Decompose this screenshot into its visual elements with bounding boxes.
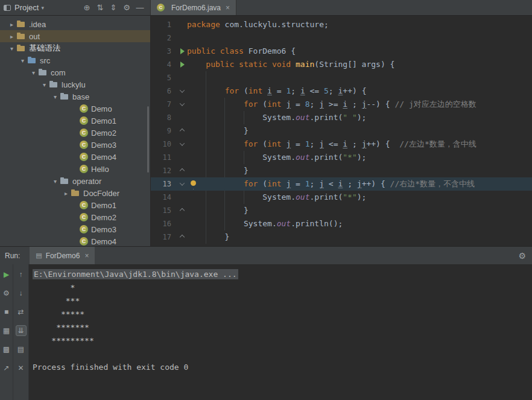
scroll-to-end-icon[interactable]: ⇊ xyxy=(16,325,27,336)
editor-tab-label: ForDemo6.java xyxy=(171,4,221,12)
intention-bulb-icon[interactable] xyxy=(191,180,196,186)
fold-close-icon[interactable] xyxy=(180,235,185,240)
tree-item-Demo4[interactable]: CDemo4 xyxy=(0,151,150,163)
tree-item-label: Hello xyxy=(91,165,109,174)
editor-line-11[interactable]: 11 System.out.print("*"); xyxy=(151,151,532,164)
print-icon[interactable]: ▤ xyxy=(16,344,27,355)
code-text: } xyxy=(187,164,249,177)
rerun-icon[interactable]: ▶ xyxy=(1,269,12,280)
run-line-icon[interactable] xyxy=(180,48,185,54)
build-icon[interactable]: ▦ xyxy=(1,325,12,336)
tree-item-DocFolder[interactable]: ▸DocFolder xyxy=(0,187,150,199)
tree-item-Demo[interactable]: CDemo xyxy=(0,103,150,115)
chevron-right-icon[interactable]: ▸ xyxy=(62,190,71,197)
tree-item-base[interactable]: ▾base xyxy=(0,90,150,103)
top-bar: Project ▾ ⊕⇅⇕⚙— C ForDemo6.java × xyxy=(0,0,532,16)
gear-icon[interactable]: ⚙ xyxy=(518,251,526,261)
editor-line-10[interactable]: 10 for (int j = 1; j <= i ; j++) { //左边*… xyxy=(151,138,532,151)
tree-item-Hello[interactable]: CHello xyxy=(0,163,150,175)
editor-line-14[interactable]: 14 System.out.print("*"); xyxy=(151,191,532,204)
close-icon[interactable]: × xyxy=(84,252,89,260)
editor-tab-fordemo6[interactable]: C ForDemo6.java × xyxy=(151,0,236,15)
tree-item-基础语法[interactable]: ▾基础语法 xyxy=(0,42,150,54)
line-number: 8 xyxy=(151,113,177,122)
editor-line-6[interactable]: 6 for (int i = 1; i <= 5; i++) { xyxy=(151,84,532,98)
run-settings-icon[interactable]: ⚙ xyxy=(1,288,12,299)
editor-line-13[interactable]: 13 for (int j = 1; j < i ; j++) { //右边*数… xyxy=(151,177,532,191)
hide-panel-icon[interactable]: — xyxy=(133,3,147,12)
settings-icon[interactable]: ⚙ xyxy=(120,3,133,12)
tree-item-.idea[interactable]: ▸.idea xyxy=(0,18,150,30)
close-icon[interactable]: × xyxy=(226,4,230,12)
editor-line-5[interactable]: 5 xyxy=(151,71,532,84)
stop-icon[interactable]: ■ xyxy=(1,306,12,317)
editor-line-3[interactable]: 3public class ForDemo6 { xyxy=(151,45,532,58)
fold-open-icon[interactable] xyxy=(180,87,185,92)
editor-line-1[interactable]: 1package com.luckylu.structure; xyxy=(151,18,532,31)
gutter-icon-slot xyxy=(177,142,187,146)
fold-open-icon[interactable] xyxy=(180,101,185,106)
tree-item-src[interactable]: ▾src xyxy=(0,54,150,66)
chevron-down-icon[interactable]: ▾ xyxy=(29,69,38,76)
project-tree-scrollbar[interactable] xyxy=(147,106,149,173)
tree-item-Demo1[interactable]: CDemo1 xyxy=(0,115,150,127)
jump-to-source-icon[interactable]: ↗ xyxy=(1,363,12,373)
prev-occurrence-icon[interactable]: ↑ xyxy=(16,269,27,280)
run-tab-fordemo6[interactable]: ▤ ForDemo6 × xyxy=(30,247,95,264)
console-line: Process finished with exit code 0 xyxy=(33,361,532,374)
editor-panel[interactable]: 1package com.luckylu.structure;23public … xyxy=(151,16,532,246)
editor-line-15[interactable]: 15 } xyxy=(151,204,532,217)
editor-line-9[interactable]: 9 } xyxy=(151,124,532,138)
tree-item-Demo2[interactable]: CDemo2 xyxy=(0,211,150,223)
tree-item-label: Demo1 xyxy=(91,116,116,125)
editor-line-4[interactable]: 4 public static void main(String[] args)… xyxy=(151,58,532,71)
fold-close-icon[interactable] xyxy=(180,129,185,133)
tree-item-Demo4[interactable]: CDemo4 xyxy=(0,235,150,246)
fold-close-icon[interactable] xyxy=(180,168,185,173)
chevron-right-icon[interactable]: ▸ xyxy=(7,21,16,28)
chevron-down-icon[interactable]: ▾ xyxy=(18,57,27,64)
chevron-down-icon[interactable]: ▾ xyxy=(51,178,60,185)
fold-close-icon[interactable] xyxy=(180,208,185,213)
tree-item-Demo1[interactable]: CDemo1 xyxy=(0,199,150,211)
tree-item-Demo2[interactable]: CDemo2 xyxy=(0,127,150,139)
gutter-icon-slot xyxy=(177,169,187,173)
tree-item-out[interactable]: ▸out xyxy=(0,30,150,42)
editor-line-12[interactable]: 12 } xyxy=(151,164,532,177)
soft-wrap-icon[interactable]: ⇄ xyxy=(16,306,27,317)
locate-file-icon[interactable]: ⊕ xyxy=(80,3,93,12)
chevron-down-icon[interactable]: ▾ xyxy=(40,81,49,88)
editor-line-8[interactable]: 8 System.out.print(" "); xyxy=(151,111,532,124)
tree-item-Demo3[interactable]: CDemo3 xyxy=(0,223,150,235)
line-number: 12 xyxy=(151,167,177,175)
fold-open-icon[interactable] xyxy=(180,141,185,145)
code-text: System.out.println(); xyxy=(187,217,343,230)
project-panel-title[interactable]: Project ▾ xyxy=(14,3,44,12)
editor-line-7[interactable]: 7 for (int j = 8; j >= i ; j--) { // j对应… xyxy=(151,98,532,111)
clear-all-icon[interactable]: ✕ xyxy=(16,363,27,373)
code-text: } xyxy=(187,204,249,217)
code-text: } xyxy=(187,230,229,244)
chevron-down-icon[interactable]: ▾ xyxy=(7,45,16,52)
src-icon xyxy=(27,56,37,65)
tree-item-com[interactable]: ▾com xyxy=(0,66,150,78)
editor-line-17[interactable]: 17 } xyxy=(151,230,532,244)
console-line: E:\Environment\Java\jdk1.8\bin\java.exe … xyxy=(33,268,532,281)
dump-threads-icon[interactable]: ▩ xyxy=(1,344,12,355)
tree-item-operator[interactable]: ▾operator xyxy=(0,175,150,187)
editor-line-2[interactable]: 2 xyxy=(151,31,532,45)
class-icon: C xyxy=(80,141,88,149)
next-occurrence-icon[interactable]: ↓ xyxy=(16,288,27,299)
code-text: public class ForDemo6 { xyxy=(187,45,296,58)
chevron-down-icon[interactable]: ▾ xyxy=(51,94,60,100)
editor-line-16[interactable]: 16 System.out.println(); xyxy=(151,217,532,230)
run-line-icon[interactable] xyxy=(180,62,185,68)
tree-item-Demo3[interactable]: CDemo3 xyxy=(0,139,150,151)
chevron-right-icon[interactable]: ▸ xyxy=(7,33,16,40)
tree-item-luckylu[interactable]: ▾luckylu xyxy=(0,78,150,90)
console-output[interactable]: E:\Environment\Java\jdk1.8\bin\java.exe … xyxy=(29,264,532,400)
fold-open-icon[interactable] xyxy=(180,180,185,185)
code-text: } xyxy=(187,124,249,138)
sort-options-icon[interactable]: ⇕ xyxy=(107,3,120,12)
collapse-all-icon[interactable]: ⇅ xyxy=(93,3,107,12)
